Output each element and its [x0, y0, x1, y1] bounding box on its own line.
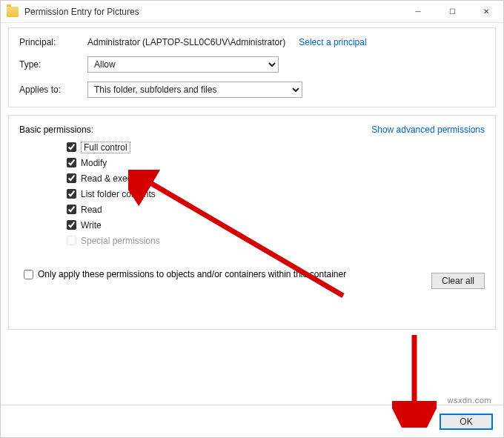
checkbox-read[interactable] — [67, 205, 76, 214]
label-list-folder[interactable]: List folder contents — [81, 189, 156, 199]
maximize-button[interactable]: ☐ — [435, 1, 469, 23]
label-read[interactable]: Read — [81, 205, 102, 215]
perm-write: Write — [67, 217, 485, 233]
close-button[interactable]: ✕ — [469, 1, 503, 23]
label-special: Special permissions — [81, 236, 160, 246]
applies-label: Applies to: — [19, 84, 87, 95]
perm-special: Special permissions — [67, 233, 485, 248]
type-select[interactable]: Allow — [87, 56, 279, 73]
basic-permissions-label: Basic permissions: — [19, 125, 93, 135]
only-apply-row: Only apply these permissions to objects … — [24, 269, 485, 279]
perm-read-execute: Read & execute — [67, 170, 485, 186]
principal-row: Principal: Administrator (LAPTOP-SLL0C6U… — [19, 37, 485, 47]
permissions-panel: Basic permissions: Show advanced permiss… — [8, 115, 496, 330]
principal-value: Administrator (LAPTOP-SLL0C6UV\Administr… — [87, 37, 285, 47]
folder-icon — [7, 7, 19, 17]
clear-all-button[interactable]: Clear all — [431, 273, 485, 289]
label-read-execute[interactable]: Read & execute — [81, 173, 144, 184]
checkbox-read-execute[interactable] — [67, 173, 76, 183]
applies-row: Applies to: This folder, subfolders and … — [19, 82, 485, 98]
type-row: Type: Allow — [19, 56, 485, 73]
label-modify[interactable]: Modify — [81, 158, 107, 168]
checkbox-write[interactable] — [67, 220, 76, 230]
window-title: Permission Entry for Pictures — [24, 7, 401, 17]
select-principal-link[interactable]: Select a principal — [299, 37, 366, 47]
principal-label: Principal: — [19, 37, 87, 47]
checkbox-special — [67, 236, 76, 245]
close-icon: ✕ — [483, 7, 489, 16]
perm-read: Read — [67, 202, 485, 217]
perm-list-folder: List folder contents — [67, 186, 485, 202]
checkbox-only-apply[interactable] — [24, 270, 33, 279]
principal-panel: Principal: Administrator (LAPTOP-SLL0C6U… — [8, 27, 496, 107]
perm-modify: Modify — [67, 155, 485, 170]
perm-full-control: Full control — [67, 139, 485, 155]
checkbox-modify[interactable] — [67, 158, 76, 167]
bottom-bar: OK Cancel — [1, 405, 503, 437]
type-label: Type: — [19, 59, 87, 70]
permission-list: Full control Modify Read & execute List … — [67, 139, 485, 248]
titlebar: Permission Entry for Pictures ─ ☐ ✕ — [1, 1, 503, 23]
content-area: Principal: Administrator (LAPTOP-SLL0C6U… — [1, 23, 503, 330]
ok-button[interactable]: OK — [440, 414, 493, 430]
permissions-header: Basic permissions: Show advanced permiss… — [19, 125, 485, 135]
label-full-control[interactable]: Full control — [81, 142, 130, 153]
watermark: wsxdn.com — [447, 396, 491, 405]
label-write[interactable]: Write — [81, 220, 102, 230]
maximize-icon: ☐ — [449, 7, 456, 16]
label-only-apply[interactable]: Only apply these permissions to objects … — [38, 269, 346, 279]
applies-select[interactable]: This folder, subfolders and files — [87, 82, 302, 98]
show-advanced-link[interactable]: Show advanced permissions — [371, 125, 485, 135]
minimize-icon: ─ — [415, 7, 420, 16]
checkbox-list-folder[interactable] — [67, 189, 76, 199]
minimize-button[interactable]: ─ — [401, 1, 435, 23]
checkbox-full-control[interactable] — [67, 142, 76, 152]
